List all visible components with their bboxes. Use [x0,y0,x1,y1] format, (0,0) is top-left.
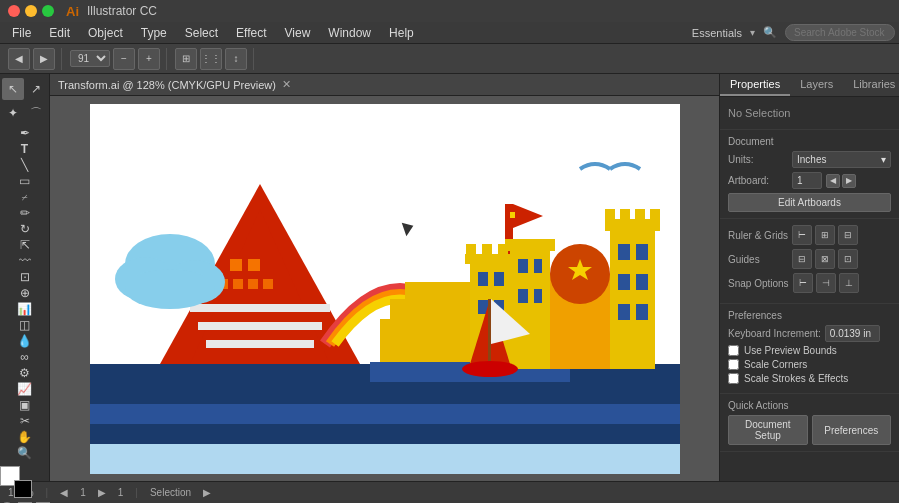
grid-icon[interactable]: ⊞ [815,225,835,245]
menu-edit[interactable]: Edit [41,24,78,42]
canvas[interactable] [50,96,719,481]
grid-button[interactable]: ⋮⋮ [200,48,222,70]
lasso-tool[interactable]: ⌒ [25,102,47,124]
tab-properties[interactable]: Properties [720,74,790,96]
menu-select[interactable]: Select [177,24,226,42]
gradient-tool[interactable]: ◫ [14,318,36,332]
svg-rect-13 [233,279,243,289]
menu-object[interactable]: Object [80,24,131,42]
artboard-prev[interactable]: ◀ [826,174,840,188]
svg-point-19 [125,269,215,309]
column-graph-tool[interactable]: 📈 [14,382,36,396]
slice-tool[interactable]: ✂ [14,414,36,428]
minimize-button[interactable] [25,5,37,17]
arrange-button[interactable]: ⊞ [175,48,197,70]
artboard-next[interactable]: ▶ [842,174,856,188]
edit-artboards-button[interactable]: Edit Artboards [728,193,891,212]
hand-tool[interactable]: ✋ [14,430,36,444]
preferences-button[interactable]: Preferences [812,415,892,445]
essentials-dropdown-icon[interactable]: ▾ [750,27,755,38]
search-input[interactable] [785,24,895,41]
ruler-grids-label: Ruler & Grids [728,230,788,241]
statusbar: 128% | ◀ 1 ▶ 1 | Selection ▶ [0,481,899,503]
svg-rect-29 [518,259,528,273]
menu-effect[interactable]: Effect [228,24,274,42]
guides-row: Guides ⊟ ⊠ ⊡ [728,249,891,269]
zoom-out-button[interactable]: − [113,48,135,70]
svg-rect-4 [90,444,680,474]
menu-file[interactable]: File [4,24,39,42]
snap-icon-3[interactable]: ⊥ [839,273,859,293]
warp-tool[interactable]: 〰 [14,254,36,268]
guides-lock-icon[interactable]: ⊠ [815,249,835,269]
svg-rect-42 [650,209,660,223]
symbol-tool[interactable]: ⚙ [14,366,36,380]
rectangle-tool[interactable]: ▭ [14,174,36,188]
guides-icons: ⊟ ⊠ ⊡ [792,249,858,269]
artboard-value[interactable]: 1 [792,172,822,189]
artboard [90,104,680,474]
status-page-icon: ◀ [60,487,68,498]
tool-pair-select: ↖ ↗ [2,78,47,100]
perspective-icon[interactable]: ⊟ [838,225,858,245]
menu-type[interactable]: Type [133,24,175,42]
forward-button[interactable]: ▶ [33,48,55,70]
free-transform-tool[interactable]: ⊡ [14,270,36,284]
use-preview-bounds-checkbox[interactable] [728,345,739,356]
no-selection-label: No Selection [728,103,891,123]
doc-close-button[interactable]: ✕ [282,78,291,91]
rotate-tool[interactable]: ↻ [14,222,36,236]
menu-help[interactable]: Help [381,24,422,42]
zoom-select[interactable]: 91 [70,50,110,67]
fill-stroke-indicator[interactable] [0,466,32,498]
eyedropper-tool[interactable]: 💧 [14,334,36,348]
fullscreen-button[interactable] [42,5,54,17]
tab-libraries[interactable]: Libraries [843,74,899,96]
no-selection-section: No Selection [720,97,899,130]
keyboard-increment-label: Keyboard Increment: [728,328,821,339]
pencil-tool[interactable]: ✏ [14,206,36,220]
tab-layers[interactable]: Layers [790,74,843,96]
scale-corners-checkbox[interactable] [728,359,739,370]
units-dropdown[interactable]: Inches ▾ [792,151,891,168]
menu-window[interactable]: Window [320,24,379,42]
ruler-icon[interactable]: ⊢ [792,225,812,245]
toolbar-zoom-group: 91 − + [70,48,167,70]
distribute-button[interactable]: ↕ [225,48,247,70]
direct-selection-tool[interactable]: ↗ [25,78,47,100]
scale-tool[interactable]: ⇱ [14,238,36,252]
document-title: Document [728,136,891,147]
zoom-tool[interactable]: 🔍 [14,446,36,460]
shape-builder-tool[interactable]: ⊕ [14,286,36,300]
artboard-tool[interactable]: ▣ [14,398,36,412]
stroke-box[interactable] [14,480,32,498]
blend-tool[interactable]: ∞ [14,350,36,364]
pen-tool[interactable]: ✒ [14,126,36,140]
snap-icons: ⊢ ⊣ ⊥ [793,273,859,293]
doc-tab-name: Transform.ai @ 128% (CMYK/GPU Preview) [58,79,276,91]
guides-clear-icon[interactable]: ⊡ [838,249,858,269]
quick-actions-buttons: Document Setup Preferences [728,415,891,445]
graph-tool[interactable]: 📊 [14,302,36,316]
document-setup-button[interactable]: Document Setup [728,415,808,445]
magic-wand-tool[interactable]: ✦ [2,102,24,124]
guides-label: Guides [728,254,788,265]
paintbrush-tool[interactable]: ⌿ [14,190,36,204]
menu-view[interactable]: View [277,24,319,42]
artwork-svg [90,104,680,474]
toolbar-arrange-group: ⊞ ⋮⋮ ↕ [175,48,254,70]
snap-icon-1[interactable]: ⊢ [793,273,813,293]
svg-rect-59 [488,299,491,369]
selection-tool[interactable]: ↖ [2,78,24,100]
snap-icon-2[interactable]: ⊣ [816,273,836,293]
line-tool[interactable]: ╲ [14,158,36,172]
zoom-in-button[interactable]: + [138,48,160,70]
type-tool[interactable]: T [14,142,36,156]
use-preview-bounds-row: Use Preview Bounds [728,345,891,356]
guides-show-icon[interactable]: ⊟ [792,249,812,269]
scale-strokes-checkbox[interactable] [728,373,739,384]
close-button[interactable] [8,5,20,17]
keyboard-increment-input[interactable] [825,325,880,342]
svg-rect-15 [263,279,273,289]
back-button[interactable]: ◀ [8,48,30,70]
